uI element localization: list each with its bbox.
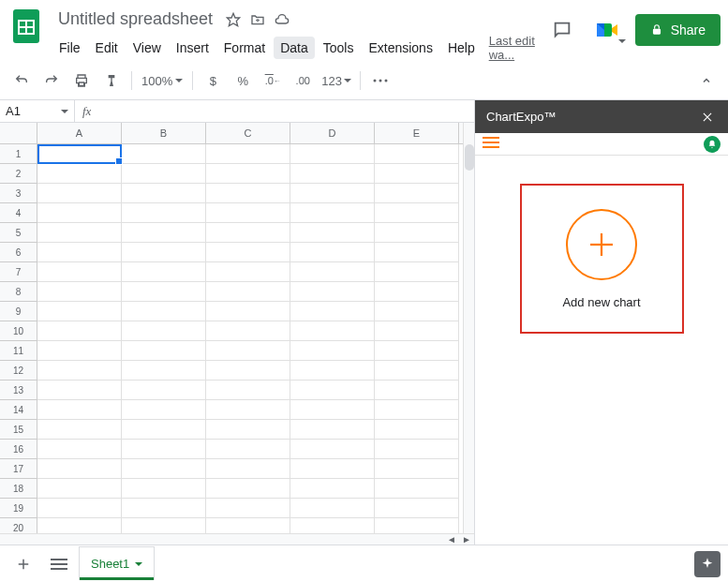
cell[interactable] [206,381,290,400]
cell[interactable] [206,184,290,203]
cell[interactable] [375,184,459,203]
increase-decimal-button[interactable]: .00 [289,67,317,95]
row-header[interactable]: 12 [0,361,37,381]
cell[interactable] [206,499,290,518]
cell[interactable] [37,499,122,518]
cell[interactable] [37,400,122,420]
zoom-dropdown[interactable]: 100% [138,74,186,88]
print-button[interactable] [67,67,96,95]
col-header[interactable]: C [206,123,290,143]
cell[interactable] [375,203,459,223]
cell[interactable] [122,440,206,459]
cell[interactable] [37,203,122,223]
cell[interactable] [290,440,375,459]
cell[interactable] [122,144,206,164]
move-icon[interactable] [248,10,267,29]
cell[interactable] [375,459,459,479]
select-all-corner[interactable] [0,123,37,143]
cell[interactable] [122,499,206,518]
cell[interactable] [37,144,122,164]
all-sheets-button[interactable] [43,550,75,578]
cell[interactable] [37,479,122,499]
cell[interactable] [122,223,206,243]
cell[interactable] [290,499,375,518]
comments-button[interactable] [545,13,579,47]
row-header[interactable]: 16 [0,440,37,459]
percent-button[interactable]: % [229,67,257,95]
cell[interactable] [290,243,375,262]
cell[interactable] [122,518,206,533]
cell[interactable] [37,459,122,479]
cell[interactable] [290,164,375,184]
number-format-dropdown[interactable]: 123 [319,67,354,95]
cell[interactable] [37,361,122,381]
cell[interactable] [37,518,122,533]
cell[interactable] [375,479,459,499]
row-header[interactable]: 5 [0,223,37,243]
sheet-tab[interactable]: Sheet1 [79,546,155,580]
explore-button[interactable] [694,551,721,577]
cell[interactable] [37,381,122,400]
cell[interactable] [290,361,375,381]
cell[interactable] [375,420,459,440]
cell[interactable] [206,479,290,499]
cell[interactable] [375,361,459,381]
cell[interactable] [122,459,206,479]
cell[interactable] [206,302,290,321]
col-header[interactable]: B [122,123,206,143]
row-header[interactable]: 18 [0,479,37,499]
add-new-chart-button[interactable]: Add new chart [520,184,684,334]
star-icon[interactable] [224,10,243,29]
cell[interactable] [37,262,122,282]
cell[interactable] [290,400,375,420]
cell[interactable] [206,459,290,479]
cell[interactable] [206,223,290,243]
cloud-status-icon[interactable] [273,10,291,29]
meet-button[interactable] [590,13,624,47]
col-header[interactable]: D [290,123,375,143]
cell[interactable] [37,223,122,243]
cell[interactable] [206,341,290,361]
cell[interactable] [290,223,375,243]
more-formatting-button[interactable] [366,67,394,95]
cell[interactable] [122,381,206,400]
collapse-toolbar-button[interactable] [692,67,721,95]
menu-format[interactable]: Format [217,37,272,59]
cell[interactable] [375,282,459,302]
horizontal-scrollbar[interactable]: ◄ ► [0,533,474,545]
cell[interactable] [290,479,375,499]
cell[interactable] [37,184,122,203]
cell[interactable] [206,282,290,302]
cell[interactable] [122,361,206,381]
row-header[interactable]: 20 [0,518,37,533]
cell[interactable] [37,302,122,321]
cell[interactable] [37,440,122,459]
menu-help[interactable]: Help [441,37,482,59]
cell[interactable] [290,282,375,302]
cell[interactable] [206,420,290,440]
row-header[interactable]: 7 [0,262,37,282]
close-icon[interactable] [698,108,717,127]
cell[interactable] [290,321,375,341]
menu-data[interactable]: Data [274,37,315,59]
cell[interactable] [206,518,290,533]
cell[interactable] [122,321,206,341]
add-sheet-button[interactable] [7,550,39,578]
cell[interactable] [375,144,459,164]
cell[interactable] [122,479,206,499]
cell[interactable] [206,361,290,381]
cell[interactable] [375,499,459,518]
cell[interactable] [290,262,375,282]
cell[interactable] [206,440,290,459]
last-edit-link[interactable]: Last edit wa... [489,34,538,62]
currency-button[interactable]: $ [199,67,227,95]
cell[interactable] [122,184,206,203]
notification-icon[interactable] [704,136,721,153]
cell[interactable] [122,164,206,184]
cell[interactable] [206,203,290,223]
cell[interactable] [206,144,290,164]
grid[interactable]: A B C D E 123456789101112131415161718192… [0,123,463,533]
cell[interactable] [122,400,206,420]
decrease-decimal-button[interactable]: .0← [259,67,287,95]
cell[interactable] [375,440,459,459]
